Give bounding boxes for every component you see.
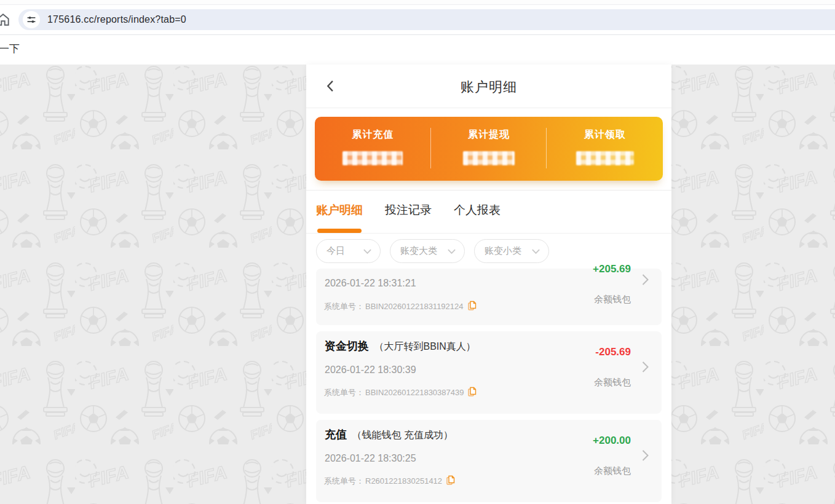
order-number: R2601221830251412	[365, 476, 442, 486]
site-info-button[interactable]	[23, 11, 40, 28]
filter-label: 账变小类	[485, 245, 521, 257]
chevron-down-icon	[447, 248, 456, 254]
filter-bar: 今日 账变大类 账变小类	[316, 239, 662, 263]
filter-label: 账变大类	[400, 245, 437, 257]
masked-value	[342, 151, 403, 165]
transaction-datetime: 2026-01-22 18:30:25	[325, 453, 416, 464]
transaction-title: 资金切换	[325, 340, 369, 352]
list-item[interactable]: 资金切换 （大厅转到BBIN真人） -205.69 2026-01-22 18:…	[316, 331, 662, 414]
chevron-right-icon[interactable]	[641, 361, 649, 376]
filter-date-dropdown[interactable]: 今日	[316, 239, 381, 263]
list-item[interactable]: +205.69 2026-01-22 18:31:21 余额钱包 系统单号： B…	[316, 269, 662, 325]
amount: +205.69	[593, 265, 631, 275]
page-top-strip: 一下	[0, 35, 835, 65]
url-text[interactable]: 175616.cc/reports/index?tab=0	[47, 14, 186, 25]
transaction-datetime: 2026-01-22 18:31:21	[325, 278, 416, 289]
transaction-datetime: 2026-01-22 18:30:39	[325, 364, 416, 376]
summary-total-deposit: 累计充值	[315, 117, 431, 181]
summary-label: 累计领取	[547, 128, 663, 141]
address-bar[interactable]: 175616.cc/reports/index?tab=0	[18, 9, 835, 30]
transaction-subtitle: （大厅转到BBIN真人）	[374, 341, 475, 352]
filter-minor-type-dropdown[interactable]: 账变小类	[474, 239, 549, 263]
chevron-down-icon	[363, 248, 372, 254]
page-viewport: 一下 FIFA	[0, 35, 835, 504]
order-number: BBIN202601221830387439	[365, 388, 464, 397]
amount: -205.69	[595, 346, 631, 358]
copy-icon[interactable]	[446, 475, 455, 487]
order-label: 系统单号：	[324, 301, 364, 312]
wallet-type: 余额钱包	[594, 294, 631, 305]
account-detail-panel: 账户明细 累计充值 累计提现 累计领取 账户明细 投注记录 个人报表	[306, 65, 671, 504]
copy-icon[interactable]	[468, 301, 477, 312]
tab-personal-report[interactable]: 个人报表	[454, 202, 501, 218]
wallet-type: 余额钱包	[594, 465, 631, 477]
summary-total-withdrawal: 累计提现	[431, 117, 547, 181]
summary-label: 累计充值	[315, 128, 431, 141]
masked-value	[463, 151, 515, 165]
tab-account-detail[interactable]: 账户明细	[316, 202, 363, 218]
summary-card: 累计充值 累计提现 累计领取	[315, 117, 663, 181]
tab-bar: 账户明细 投注记录 个人报表	[306, 191, 671, 234]
order-number-row: 系统单号： R2601221830251412	[324, 475, 455, 487]
chevron-right-icon[interactable]	[641, 274, 649, 288]
tab-bet-records[interactable]: 投注记录	[385, 202, 432, 218]
order-number-row: 系统单号： BBIN202601221831192124	[324, 301, 477, 312]
panel-header: 账户明细	[306, 65, 671, 108]
order-number-row: 系统单号： BBIN202601221830387439	[324, 387, 477, 398]
clipped-page-text: 一下	[0, 42, 20, 56]
transaction-title: 充值	[325, 428, 347, 441]
browser-tab-strip	[0, 0, 835, 5]
home-icon[interactable]	[0, 12, 11, 28]
order-label: 系统单号：	[324, 387, 364, 398]
masked-value	[576, 151, 634, 165]
transaction-subtitle: （钱能钱包 充值成功）	[352, 430, 453, 440]
summary-label: 累计提现	[431, 128, 547, 141]
list-item[interactable]: 充值 （钱能钱包 充值成功） +200.00 2026-01-22 18:30:…	[316, 420, 662, 502]
filter-label: 今日	[326, 245, 345, 257]
copy-icon[interactable]	[468, 387, 477, 398]
summary-total-claimed: 累计领取	[547, 117, 663, 181]
order-number: BBIN202601221831192124	[365, 302, 464, 311]
chevron-down-icon	[531, 248, 540, 254]
page-title: 账户明细	[306, 78, 671, 96]
tune-icon	[26, 15, 36, 25]
order-label: 系统单号：	[324, 476, 364, 487]
wallet-type: 余额钱包	[594, 377, 631, 388]
filter-major-type-dropdown[interactable]: 账变大类	[390, 239, 465, 263]
browser-toolbar: 175616.cc/reports/index?tab=0	[0, 6, 835, 34]
chevron-right-icon[interactable]	[641, 449, 649, 464]
amount: +200.00	[593, 435, 631, 447]
transaction-list: +205.69 2026-01-22 18:31:21 余额钱包 系统单号： B…	[306, 265, 671, 504]
